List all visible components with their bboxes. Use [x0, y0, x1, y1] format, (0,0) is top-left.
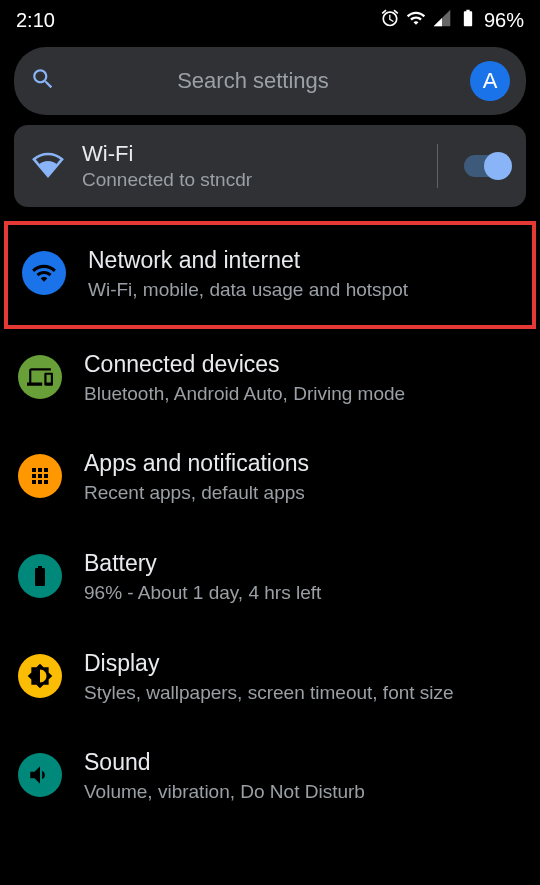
item-connected-devices[interactable]: Connected devices Bluetooth, Android Aut…	[0, 329, 540, 429]
item-title: Apps and notifications	[84, 450, 522, 477]
item-network-internet[interactable]: Network and internet Wi-Fi, mobile, data…	[4, 221, 536, 329]
item-subtitle: Recent apps, default apps	[84, 480, 522, 506]
battery-icon	[458, 8, 478, 33]
alarm-icon	[380, 8, 400, 33]
wifi-toggle[interactable]	[464, 155, 508, 177]
item-content: Sound Volume, vibration, Do Not Disturb	[84, 749, 522, 805]
devices-icon	[18, 355, 62, 399]
item-battery[interactable]: Battery 96% - About 1 day, 4 hrs left	[0, 528, 540, 628]
signal-icon	[432, 8, 452, 33]
network-icon	[22, 251, 66, 295]
item-title: Sound	[84, 749, 522, 776]
item-title: Display	[84, 650, 522, 677]
item-content: Display Styles, wallpapers, screen timeo…	[84, 650, 522, 706]
avatar-letter: A	[483, 68, 498, 94]
item-subtitle: Wi-Fi, mobile, data usage and hotspot	[88, 277, 518, 303]
status-bar: 2:10 96%	[0, 0, 540, 43]
apps-icon	[18, 454, 62, 498]
item-title: Battery	[84, 550, 522, 577]
wifi-icon	[406, 8, 426, 33]
search-placeholder: Search settings	[50, 68, 456, 94]
item-subtitle: 96% - About 1 day, 4 hrs left	[84, 580, 522, 606]
item-subtitle: Styles, wallpapers, screen timeout, font…	[84, 680, 522, 706]
item-content: Battery 96% - About 1 day, 4 hrs left	[84, 550, 522, 606]
item-sound[interactable]: Sound Volume, vibration, Do Not Disturb	[0, 727, 540, 827]
display-icon	[18, 654, 62, 698]
search-bar[interactable]: Search settings A	[14, 47, 526, 115]
wifi-subtitle: Connected to stncdr	[82, 169, 411, 191]
battery-percent: 96%	[484, 9, 524, 32]
battery-icon	[18, 554, 62, 598]
item-subtitle: Volume, vibration, Do Not Disturb	[84, 779, 522, 805]
item-apps-notifications[interactable]: Apps and notifications Recent apps, defa…	[0, 428, 540, 528]
item-subtitle: Bluetooth, Android Auto, Driving mode	[84, 381, 522, 407]
item-content: Network and internet Wi-Fi, mobile, data…	[88, 247, 518, 303]
item-title: Connected devices	[84, 351, 522, 378]
wifi-title: Wi-Fi	[82, 141, 411, 167]
status-icons: 96%	[380, 8, 524, 33]
wifi-card[interactable]: Wi-Fi Connected to stncdr	[14, 125, 526, 207]
switch-thumb	[484, 152, 512, 180]
item-display[interactable]: Display Styles, wallpapers, screen timeo…	[0, 628, 540, 728]
avatar[interactable]: A	[470, 61, 510, 101]
status-time: 2:10	[16, 9, 55, 32]
divider	[437, 144, 438, 188]
wifi-info: Wi-Fi Connected to stncdr	[82, 141, 411, 191]
wifi-card-icon	[32, 148, 64, 184]
item-content: Connected devices Bluetooth, Android Aut…	[84, 351, 522, 407]
sound-icon	[18, 753, 62, 797]
item-content: Apps and notifications Recent apps, defa…	[84, 450, 522, 506]
item-title: Network and internet	[88, 247, 518, 274]
